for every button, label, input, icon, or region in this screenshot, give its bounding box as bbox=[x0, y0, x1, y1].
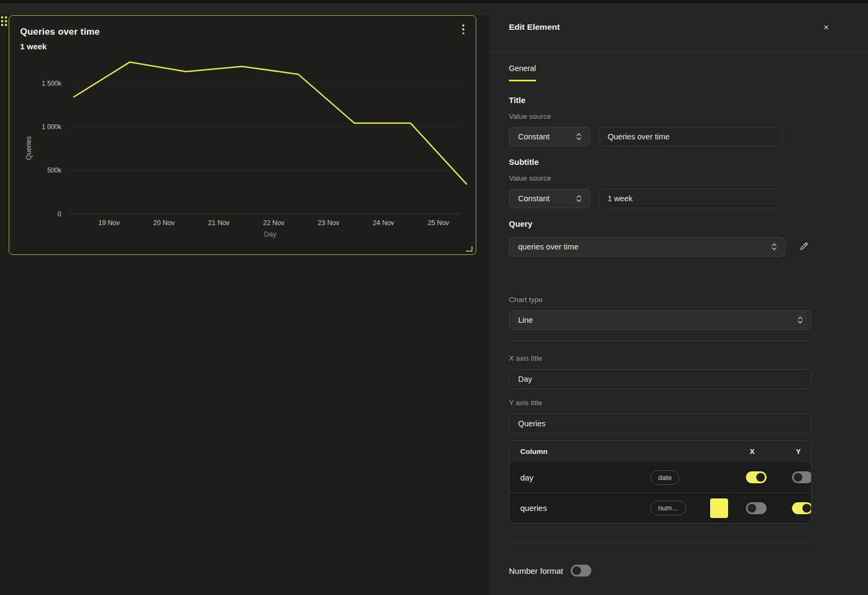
tab-general[interactable]: General bbox=[509, 64, 536, 81]
svg-text:20 Nov: 20 Nov bbox=[153, 219, 175, 227]
svg-text:24 Nov: 24 Nov bbox=[373, 219, 394, 227]
close-icon[interactable]: × bbox=[824, 23, 829, 32]
series-color-swatch[interactable] bbox=[710, 498, 728, 518]
svg-text:0: 0 bbox=[58, 210, 61, 218]
svg-text:1 000k: 1 000k bbox=[42, 123, 62, 131]
title-value-source-label: Value source bbox=[509, 112, 812, 120]
y-header: Y bbox=[792, 447, 812, 456]
column-name: queries bbox=[520, 503, 650, 513]
subtitle-value-source-label: Value source bbox=[509, 174, 812, 182]
type-badge: date bbox=[650, 470, 679, 485]
day-x-toggle[interactable] bbox=[746, 471, 767, 483]
subtitle-section-heading: Subtitle bbox=[509, 157, 812, 167]
x-axis-title-label: X axis title bbox=[509, 354, 812, 362]
column-header: Column bbox=[520, 447, 650, 456]
dashboard-canvas[interactable]: 0500k1 000k1 500k19 Nov20 Nov21 Nov22 No… bbox=[0, 3, 490, 595]
svg-text:500k: 500k bbox=[47, 167, 62, 174]
resize-handle[interactable] bbox=[466, 246, 473, 252]
title-value-input[interactable]: Queries over time bbox=[598, 127, 783, 146]
chart-card-title: Queries over time bbox=[20, 27, 100, 37]
queries-y-toggle[interactable] bbox=[792, 502, 812, 514]
chevron-up-down-icon bbox=[576, 132, 582, 141]
svg-text:19 Nov: 19 Nov bbox=[98, 219, 120, 227]
title-section-heading: Title bbox=[509, 95, 812, 105]
chevron-up-down-icon bbox=[771, 242, 777, 251]
chart-card-subtitle: 1 week bbox=[20, 42, 47, 51]
y-axis-title-label: Y axis title bbox=[509, 399, 812, 407]
x-axis-title-input[interactable]: Day bbox=[509, 369, 812, 389]
subtitle-value-input[interactable]: 1 week bbox=[598, 189, 783, 208]
drag-handle-icon[interactable] bbox=[1, 16, 7, 26]
queries-x-toggle[interactable] bbox=[746, 502, 767, 514]
type-badge: num… bbox=[650, 501, 686, 515]
chart-card[interactable]: 0500k1 000k1 500k19 Nov20 Nov21 Nov22 No… bbox=[9, 15, 476, 255]
chart-type-label: Chart type bbox=[509, 296, 812, 304]
title-source-select[interactable]: Constant bbox=[509, 127, 590, 146]
svg-text:23 Nov: 23 Nov bbox=[318, 219, 340, 227]
svg-text:Queries: Queries bbox=[25, 136, 33, 160]
number-format-label: Number format bbox=[509, 566, 563, 575]
panel-title: Edit Element bbox=[509, 22, 560, 32]
columns-table: Column X Y day date queries num… bbox=[509, 440, 812, 523]
panel-content: Title Value source Constant Queries over… bbox=[490, 95, 868, 577]
edit-element-panel: Edit Element × General Title Value sourc… bbox=[490, 3, 868, 595]
x-header: X bbox=[746, 447, 792, 456]
panel-header: Edit Element × bbox=[490, 3, 868, 52]
panel-tabs: General bbox=[490, 52, 868, 81]
table-row-queries: queries num… bbox=[509, 492, 811, 523]
canvas-toolbar-band bbox=[0, 3, 490, 15]
pencil-icon[interactable] bbox=[796, 239, 812, 255]
chevron-up-down-icon bbox=[797, 316, 803, 324]
chart-type-select[interactable]: Line bbox=[509, 310, 812, 330]
svg-text:Day: Day bbox=[264, 230, 277, 238]
svg-text:1 500k: 1 500k bbox=[42, 80, 62, 87]
query-section-heading: Query bbox=[509, 219, 812, 228]
query-select[interactable]: queries over time bbox=[509, 237, 786, 257]
subtitle-source-select[interactable]: Constant bbox=[509, 189, 590, 208]
svg-text:21 Nov: 21 Nov bbox=[208, 219, 230, 227]
app-window: 0500k1 000k1 500k19 Nov20 Nov21 Nov22 No… bbox=[0, 0, 868, 595]
chevron-up-down-icon bbox=[576, 194, 582, 203]
line-chart: 0500k1 000k1 500k19 Nov20 Nov21 Nov22 No… bbox=[9, 16, 477, 255]
number-format-toggle[interactable] bbox=[571, 565, 591, 577]
svg-text:22 Nov: 22 Nov bbox=[263, 219, 285, 227]
y-axis-title-input[interactable]: Queries bbox=[509, 414, 812, 433]
column-name: day bbox=[520, 473, 650, 482]
day-y-toggle[interactable] bbox=[792, 471, 812, 483]
kebab-menu-icon[interactable] bbox=[459, 23, 467, 35]
table-row-day: day date bbox=[509, 462, 811, 492]
columns-table-header: Column X Y bbox=[509, 441, 811, 462]
section-divider bbox=[509, 341, 812, 341]
section-divider bbox=[509, 542, 812, 543]
svg-text:25 Nov: 25 Nov bbox=[427, 219, 449, 227]
